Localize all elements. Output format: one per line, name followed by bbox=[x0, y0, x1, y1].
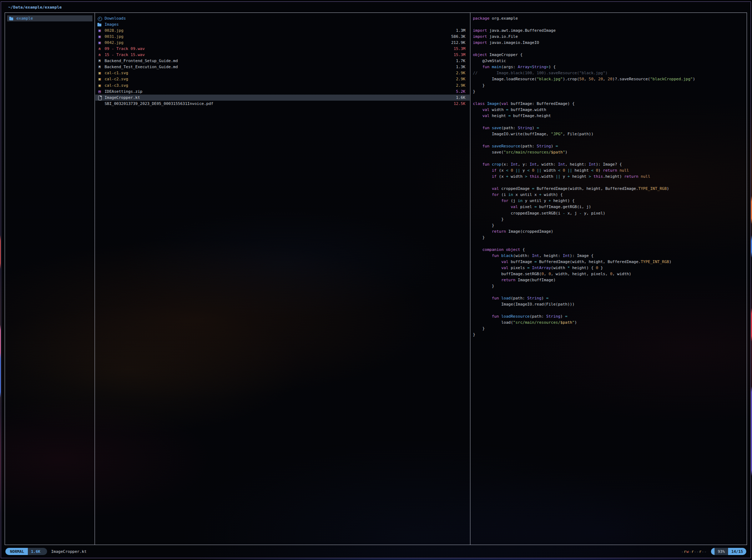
file-row[interactable]: IDEAsettings.zip5.2K bbox=[95, 89, 470, 95]
cursor-position: 14/15 bbox=[728, 548, 746, 555]
code-line: } bbox=[473, 89, 747, 95]
markdown-icon bbox=[97, 59, 102, 63]
code-file-icon bbox=[97, 95, 102, 100]
file-name: cal-c3.svg bbox=[105, 83, 453, 88]
code-line: load("src/main/resources/$path") bbox=[473, 319, 747, 326]
file-name: 0042.jpg bbox=[105, 40, 448, 45]
image-icon bbox=[97, 28, 102, 33]
file-row[interactable]: cal-c2.svg2.9K bbox=[95, 76, 470, 82]
code-line: } bbox=[473, 216, 747, 222]
code-line bbox=[473, 155, 747, 161]
folder-icon bbox=[97, 22, 102, 27]
image-icon bbox=[97, 40, 102, 45]
download-folder-icon bbox=[97, 16, 102, 21]
code-line: Image(ImageIO.read(File(path))) bbox=[473, 301, 747, 307]
file-row[interactable]: cal-c1.svg2.9K bbox=[95, 70, 470, 76]
vector-image-icon bbox=[97, 83, 102, 88]
scroll-percent: 93% bbox=[715, 548, 728, 555]
file-name: SBI_0032013739_2023_DE05_0003155631Invoi… bbox=[105, 101, 451, 106]
audio-icon bbox=[97, 52, 102, 57]
code-line: val croppedImage = BufferedImage(width, … bbox=[473, 186, 747, 192]
file-size: 12.5K bbox=[454, 101, 468, 106]
image-icon bbox=[97, 34, 102, 39]
code-line: return Image(croppedImage) bbox=[473, 228, 747, 234]
code-line: for (i in x until x + width) { bbox=[473, 192, 747, 198]
code-line: @JvmStatic bbox=[473, 58, 747, 64]
file-size: 15.3M bbox=[454, 46, 468, 51]
code-line: val height = buffImage.height bbox=[473, 113, 747, 119]
file-name: 0031.jpg bbox=[105, 34, 448, 39]
file-row[interactable]: 09 - Track 09.wav15.3M bbox=[95, 46, 470, 52]
file-size: 1.3K bbox=[456, 65, 468, 69]
file-row[interactable]: ImageCropper.kt1.6K bbox=[95, 95, 470, 101]
file-name: 09 - Track 09.wav bbox=[105, 46, 451, 51]
file-size: 1.3M bbox=[456, 28, 468, 33]
file-size: 2.9K bbox=[456, 77, 468, 81]
archive-icon bbox=[97, 89, 102, 94]
status-right: -rw-r--r-- 93% 14/15 bbox=[681, 548, 746, 555]
file-size: 212.9K bbox=[451, 40, 468, 45]
directory-name: example bbox=[16, 16, 91, 21]
file-size: 2.9K bbox=[456, 71, 468, 75]
vector-image-icon bbox=[97, 71, 102, 75]
file-row[interactable]: Backend_Test_Execution_Guide.md1.3K bbox=[95, 64, 470, 70]
file-row[interactable]: Backend_Frontend_Setup_Guide.md1.7K bbox=[95, 58, 470, 64]
selected-file-size: 1.6K bbox=[28, 548, 44, 555]
code-line bbox=[473, 289, 747, 295]
code-line: } bbox=[473, 82, 747, 89]
file-row[interactable]: cal-c3.svg2.9K bbox=[95, 82, 470, 89]
file-size: 586.3K bbox=[451, 34, 468, 39]
powerline-cap-icon bbox=[711, 548, 715, 555]
code-line: if (x < 0 || y < 0 || width < 0 || heigh… bbox=[473, 167, 747, 173]
code-line: if (x + width > this.width || y + height… bbox=[473, 173, 747, 180]
file-name: Images bbox=[105, 22, 463, 27]
code-line: fun saveResource(path: String) = bbox=[473, 143, 747, 149]
file-row[interactable]: 0031.jpg586.3K bbox=[95, 34, 470, 40]
file-row[interactable]: 0028.jpg1.3M bbox=[95, 27, 470, 34]
file-name: Backend_Test_Execution_Guide.md bbox=[105, 65, 453, 69]
selected-file-name: ImageCropper.kt bbox=[51, 549, 86, 554]
code-line: val buffImage = BufferedImage(width, hei… bbox=[473, 259, 747, 265]
code-line: fun loadResource(path: String) = bbox=[473, 313, 747, 319]
audio-icon bbox=[97, 46, 102, 51]
yazi-panes: example DownloadsImages0028.jpg1.3M0031.… bbox=[5, 12, 747, 545]
parent-directory-pane[interactable]: example bbox=[5, 13, 95, 545]
file-row[interactable]: 0042.jpg212.9K bbox=[95, 40, 470, 46]
code-line bbox=[473, 119, 747, 125]
code-line: Image.loadResource("black.jpg").crop(50,… bbox=[473, 76, 747, 82]
code-line: class Image(val buffImage: BufferedImage… bbox=[473, 101, 747, 107]
code-line bbox=[473, 21, 747, 27]
code-line: fun crop(x: Int, y: Int, width: Int, hei… bbox=[473, 161, 747, 167]
file-list-pane[interactable]: DownloadsImages0028.jpg1.3M0031.jpg586.3… bbox=[95, 13, 470, 545]
code-line: ImageIO.write(buffImage, "JPG", File(pat… bbox=[473, 131, 747, 137]
file-row[interactable]: Downloads bbox=[95, 15, 470, 21]
pdf-icon bbox=[97, 101, 102, 106]
folder-icon bbox=[9, 16, 14, 21]
code-line: val pixels = IntArray(width * height) { … bbox=[473, 265, 747, 271]
code-line bbox=[473, 180, 747, 186]
parent-dir-item[interactable]: example bbox=[7, 15, 92, 21]
breadcrumb: ~/Data/example/example bbox=[8, 4, 62, 11]
code-line: fun main(args: Array<String>) { bbox=[473, 64, 747, 70]
file-size: 5.2K bbox=[456, 89, 468, 94]
code-line: croppedImage.setRGB(i - x, j - y, pixel) bbox=[473, 210, 747, 216]
file-row[interactable]: SBI_0032013739_2023_DE05_0003155631Invoi… bbox=[95, 101, 470, 107]
file-name: Downloads bbox=[105, 16, 463, 21]
code-line: } bbox=[473, 234, 747, 241]
code-line: import java.awt.image.BufferedImage bbox=[473, 27, 747, 34]
code-line: val width = buffImage.width bbox=[473, 107, 747, 113]
code-line: import javax.imageio.ImageIO bbox=[473, 40, 747, 46]
code-line: save("src/main/resources/$path") bbox=[473, 149, 747, 155]
file-row[interactable]: 15 - Track 15.wav15.3M bbox=[95, 52, 470, 58]
file-row[interactable]: Images bbox=[95, 21, 470, 27]
file-name: cal-c1.svg bbox=[105, 71, 453, 75]
status-left: NORMAL 1.6K ImageCropper.kt bbox=[5, 548, 87, 555]
code-line bbox=[473, 95, 747, 101]
code-line: import java.io.File bbox=[473, 34, 747, 40]
code-line: val pixel = buffImage.getRGB(i, j) bbox=[473, 204, 747, 210]
file-name: ImageCropper.kt bbox=[105, 95, 453, 100]
file-name: Backend_Frontend_Setup_Guide.md bbox=[105, 59, 453, 63]
file-preview-pane[interactable]: package org.exampleimport java.awt.image… bbox=[470, 13, 747, 545]
file-size: 1.7K bbox=[456, 59, 468, 63]
code-line: buffImage.setRGB(0, 0, width, height, pi… bbox=[473, 271, 747, 277]
